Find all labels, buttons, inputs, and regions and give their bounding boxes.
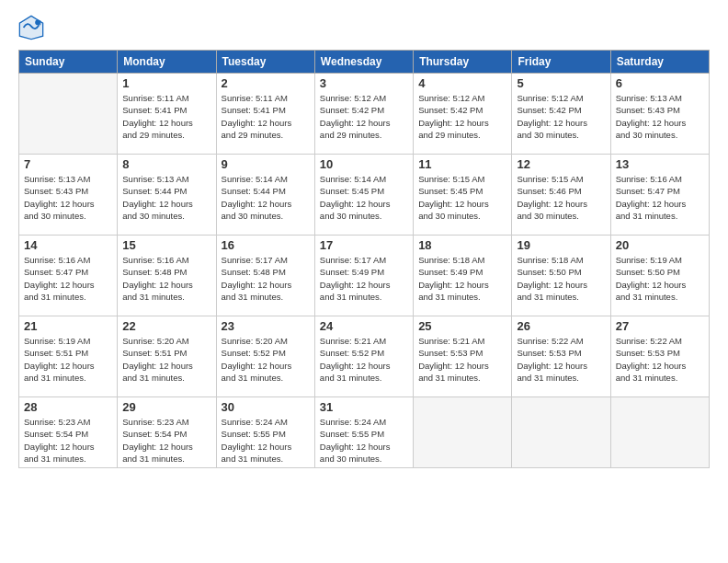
calendar-cell [19, 74, 118, 155]
day-info: Sunrise: 5:19 AM Sunset: 5:51 PM Dayligh… [24, 335, 112, 384]
day-info: Sunrise: 5:13 AM Sunset: 5:43 PM Dayligh… [616, 92, 704, 141]
calendar-cell: 16Sunrise: 5:17 AM Sunset: 5:48 PM Dayli… [216, 236, 314, 316]
calendar-cell: 5Sunrise: 5:12 AM Sunset: 5:42 PM Daylig… [512, 74, 610, 155]
calendar-week-row: 21Sunrise: 5:19 AM Sunset: 5:51 PM Dayli… [19, 316, 710, 397]
logo-icon [18, 15, 44, 40]
calendar-cell: 4Sunrise: 5:12 AM Sunset: 5:42 PM Daylig… [414, 74, 512, 155]
calendar-cell: 28Sunrise: 5:23 AM Sunset: 5:54 PM Dayli… [19, 397, 118, 468]
col-monday: Monday [118, 51, 216, 74]
calendar-cell: 13Sunrise: 5:16 AM Sunset: 5:47 PM Dayli… [610, 155, 709, 236]
calendar-cell: 1Sunrise: 5:11 AM Sunset: 5:41 PM Daylig… [118, 74, 216, 155]
calendar-cell: 15Sunrise: 5:16 AM Sunset: 5:48 PM Dayli… [118, 236, 216, 316]
logo [18, 15, 48, 40]
calendar-table: Sunday Monday Tuesday Wednesday Thursday… [18, 50, 710, 468]
calendar-cell: 12Sunrise: 5:15 AM Sunset: 5:46 PM Dayli… [512, 155, 610, 236]
day-number: 24 [320, 319, 408, 333]
day-info: Sunrise: 5:14 AM Sunset: 5:44 PM Dayligh… [222, 173, 310, 222]
calendar-cell: 20Sunrise: 5:19 AM Sunset: 5:50 PM Dayli… [610, 236, 709, 316]
calendar-week-row: 14Sunrise: 5:16 AM Sunset: 5:47 PM Dayli… [19, 236, 710, 316]
day-info: Sunrise: 5:14 AM Sunset: 5:45 PM Dayligh… [320, 173, 408, 222]
calendar-week-row: 1Sunrise: 5:11 AM Sunset: 5:41 PM Daylig… [19, 74, 710, 155]
day-number: 21 [24, 319, 112, 333]
col-tuesday: Tuesday [216, 51, 314, 74]
day-number: 22 [122, 319, 210, 333]
calendar-cell: 31Sunrise: 5:24 AM Sunset: 5:55 PM Dayli… [314, 397, 413, 468]
day-number: 28 [24, 400, 112, 414]
day-number: 26 [517, 319, 605, 333]
calendar-cell: 26Sunrise: 5:22 AM Sunset: 5:53 PM Dayli… [512, 316, 610, 397]
day-info: Sunrise: 5:19 AM Sunset: 5:50 PM Dayligh… [616, 254, 704, 303]
svg-point-2 [35, 20, 40, 26]
day-info: Sunrise: 5:20 AM Sunset: 5:52 PM Dayligh… [222, 335, 310, 384]
day-number: 25 [418, 319, 506, 333]
calendar-cell: 8Sunrise: 5:13 AM Sunset: 5:44 PM Daylig… [118, 155, 216, 236]
day-info: Sunrise: 5:15 AM Sunset: 5:45 PM Dayligh… [418, 173, 506, 222]
calendar-week-row: 7Sunrise: 5:13 AM Sunset: 5:43 PM Daylig… [19, 155, 710, 236]
day-info: Sunrise: 5:21 AM Sunset: 5:52 PM Dayligh… [320, 335, 408, 384]
col-thursday: Thursday [414, 51, 512, 74]
day-info: Sunrise: 5:16 AM Sunset: 5:47 PM Dayligh… [616, 173, 704, 222]
calendar-cell: 6Sunrise: 5:13 AM Sunset: 5:43 PM Daylig… [610, 74, 709, 155]
calendar-cell: 29Sunrise: 5:23 AM Sunset: 5:54 PM Dayli… [118, 397, 216, 468]
page: Sunday Monday Tuesday Wednesday Thursday… [0, 0, 728, 563]
day-info: Sunrise: 5:12 AM Sunset: 5:42 PM Dayligh… [320, 92, 408, 141]
day-info: Sunrise: 5:16 AM Sunset: 5:48 PM Dayligh… [122, 254, 210, 303]
day-number: 11 [418, 157, 506, 171]
day-info: Sunrise: 5:13 AM Sunset: 5:44 PM Dayligh… [122, 173, 210, 222]
calendar-cell: 22Sunrise: 5:20 AM Sunset: 5:51 PM Dayli… [118, 316, 216, 397]
day-number: 29 [122, 400, 210, 414]
col-saturday: Saturday [610, 51, 709, 74]
day-number: 13 [616, 157, 704, 171]
day-info: Sunrise: 5:18 AM Sunset: 5:49 PM Dayligh… [418, 254, 506, 303]
header [18, 15, 710, 40]
day-number: 1 [122, 76, 210, 90]
day-info: Sunrise: 5:21 AM Sunset: 5:53 PM Dayligh… [418, 335, 506, 384]
day-number: 19 [517, 238, 605, 252]
day-info: Sunrise: 5:13 AM Sunset: 5:43 PM Dayligh… [24, 173, 112, 222]
day-number: 6 [616, 76, 704, 90]
day-number: 9 [222, 157, 310, 171]
calendar-cell: 23Sunrise: 5:20 AM Sunset: 5:52 PM Dayli… [216, 316, 314, 397]
day-number: 30 [222, 400, 310, 414]
day-number: 5 [517, 76, 605, 90]
calendar-cell: 17Sunrise: 5:17 AM Sunset: 5:49 PM Dayli… [314, 236, 413, 316]
day-number: 20 [616, 238, 704, 252]
day-number: 31 [320, 400, 408, 414]
calendar-header-row: Sunday Monday Tuesday Wednesday Thursday… [19, 51, 710, 74]
day-info: Sunrise: 5:22 AM Sunset: 5:53 PM Dayligh… [616, 335, 704, 384]
day-number: 18 [418, 238, 506, 252]
day-info: Sunrise: 5:16 AM Sunset: 5:47 PM Dayligh… [24, 254, 112, 303]
day-number: 7 [24, 157, 112, 171]
calendar-cell: 2Sunrise: 5:11 AM Sunset: 5:41 PM Daylig… [216, 74, 314, 155]
day-number: 10 [320, 157, 408, 171]
calendar-cell: 25Sunrise: 5:21 AM Sunset: 5:53 PM Dayli… [414, 316, 512, 397]
day-info: Sunrise: 5:12 AM Sunset: 5:42 PM Dayligh… [418, 92, 506, 141]
day-info: Sunrise: 5:23 AM Sunset: 5:54 PM Dayligh… [122, 416, 210, 465]
calendar-cell: 24Sunrise: 5:21 AM Sunset: 5:52 PM Dayli… [314, 316, 413, 397]
day-number: 16 [222, 238, 310, 252]
day-info: Sunrise: 5:20 AM Sunset: 5:51 PM Dayligh… [122, 335, 210, 384]
calendar-cell [512, 397, 610, 468]
col-friday: Friday [512, 51, 610, 74]
day-number: 23 [222, 319, 310, 333]
day-info: Sunrise: 5:22 AM Sunset: 5:53 PM Dayligh… [517, 335, 605, 384]
calendar-cell: 7Sunrise: 5:13 AM Sunset: 5:43 PM Daylig… [19, 155, 118, 236]
calendar-cell: 27Sunrise: 5:22 AM Sunset: 5:53 PM Dayli… [610, 316, 709, 397]
day-info: Sunrise: 5:12 AM Sunset: 5:42 PM Dayligh… [517, 92, 605, 141]
day-info: Sunrise: 5:18 AM Sunset: 5:50 PM Dayligh… [517, 254, 605, 303]
calendar-cell: 21Sunrise: 5:19 AM Sunset: 5:51 PM Dayli… [19, 316, 118, 397]
day-number: 15 [122, 238, 210, 252]
day-info: Sunrise: 5:11 AM Sunset: 5:41 PM Dayligh… [122, 92, 210, 141]
day-info: Sunrise: 5:17 AM Sunset: 5:49 PM Dayligh… [320, 254, 408, 303]
day-number: 8 [122, 157, 210, 171]
day-number: 17 [320, 238, 408, 252]
calendar-cell: 19Sunrise: 5:18 AM Sunset: 5:50 PM Dayli… [512, 236, 610, 316]
day-number: 4 [418, 76, 506, 90]
calendar-cell [414, 397, 512, 468]
col-sunday: Sunday [19, 51, 118, 74]
col-wednesday: Wednesday [314, 51, 413, 74]
day-info: Sunrise: 5:24 AM Sunset: 5:55 PM Dayligh… [222, 416, 310, 465]
day-number: 3 [320, 76, 408, 90]
calendar-cell: 18Sunrise: 5:18 AM Sunset: 5:49 PM Dayli… [414, 236, 512, 316]
calendar-cell [610, 397, 709, 468]
